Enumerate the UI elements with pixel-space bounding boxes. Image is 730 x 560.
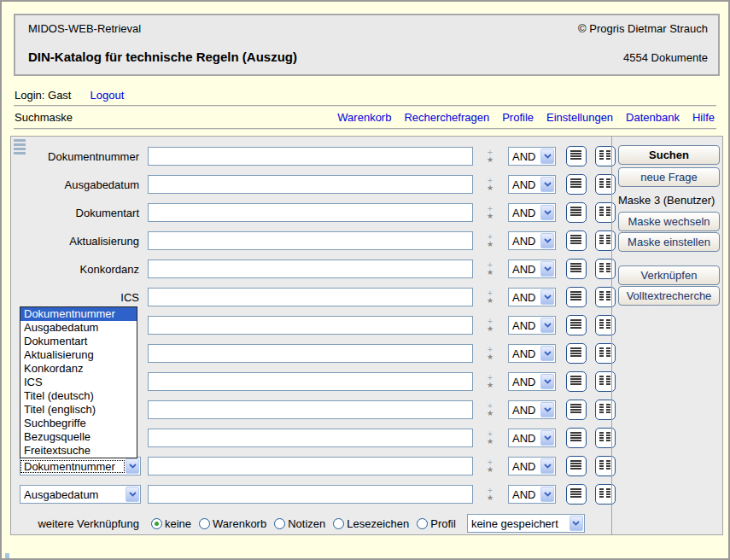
scrollbar-fragment[interactable] (5, 553, 9, 558)
index-list-button[interactable] (566, 287, 587, 307)
list-lines-icon (570, 318, 582, 332)
search-term-input[interactable] (148, 203, 473, 222)
form-row: ICS+★AND (11, 288, 616, 306)
dropdown-option[interactable]: Dokumentnummer (20, 307, 137, 321)
search-button[interactable]: Suchen (618, 145, 720, 165)
fulltext-search-button[interactable]: Volltextrecherche (618, 286, 720, 306)
combine-button[interactable]: Verknüpfen (618, 265, 720, 285)
dropdown-option[interactable]: Bezugsquelle (20, 430, 137, 444)
search-term-input[interactable] (148, 400, 473, 419)
search-term-input[interactable] (148, 457, 473, 475)
mask-switch-button[interactable]: Maske wechseln (618, 212, 720, 231)
search-term-input[interactable] (148, 372, 473, 391)
star-icon[interactable]: ★ (487, 184, 493, 191)
dropdown-option[interactable]: Aktualisierung (20, 348, 137, 362)
index-list-button[interactable] (566, 343, 587, 364)
nav-link-datenbank[interactable]: Datenbank (626, 111, 680, 124)
search-term-input[interactable] (148, 485, 473, 504)
search-term-input[interactable] (148, 231, 473, 250)
operator-select[interactable]: AND (508, 231, 556, 250)
star-icon[interactable]: ★ (487, 213, 493, 219)
dropdown-option[interactable]: Titel (deutsch) (20, 389, 137, 403)
logout-link[interactable]: Logout (91, 89, 125, 102)
row-modifiers: +★ (483, 234, 497, 248)
index-list-button[interactable] (566, 400, 587, 420)
index-list-button[interactable] (566, 259, 587, 279)
row-modifiers: +★ (483, 318, 497, 332)
radio-label: Lesezeichen (347, 517, 409, 530)
radio-option-notizen: Notizen (274, 517, 325, 530)
star-icon[interactable]: ★ (487, 494, 493, 501)
index-list-button[interactable] (566, 371, 587, 392)
operator-select[interactable]: AND (508, 175, 556, 194)
field-select[interactable]: Dokumentnummer (20, 457, 141, 475)
star-icon[interactable]: ★ (487, 156, 493, 163)
search-term-input[interactable] (148, 147, 473, 166)
nav-link-recherchefragen[interactable]: Recherchefragen (404, 111, 489, 124)
radio-option-profil: Profil (417, 517, 456, 530)
dropdown-option[interactable]: Freitextsuche (20, 444, 137, 458)
radio-button[interactable] (333, 518, 344, 529)
chevron-down-icon (540, 430, 554, 446)
radio-button[interactable] (417, 518, 428, 529)
search-term-input[interactable] (148, 344, 473, 363)
star-icon[interactable]: ★ (487, 466, 493, 473)
field-select[interactable]: Ausgabedatum (20, 485, 141, 504)
operator-select[interactable]: AND (508, 203, 556, 222)
chevron-down-icon (540, 487, 554, 502)
new-query-button[interactable]: neue Frage (618, 167, 720, 187)
dropdown-option[interactable]: Titel (englisch) (20, 403, 137, 417)
operator-select[interactable]: AND (508, 400, 556, 419)
star-icon[interactable]: ★ (487, 410, 493, 417)
nav-link-warenkorb[interactable]: Warenkorb (337, 111, 391, 124)
nav-link-profile[interactable]: Profile (502, 111, 534, 124)
operator-select[interactable]: AND (508, 288, 556, 306)
dropdown-option[interactable]: Suchbegriffe (20, 417, 137, 430)
search-term-input[interactable] (148, 260, 473, 278)
index-list-button[interactable] (566, 146, 587, 166)
list-lines-icon (570, 178, 582, 191)
search-term-input[interactable] (148, 175, 473, 194)
radio-button[interactable] (151, 518, 162, 529)
radio-button[interactable] (199, 518, 210, 529)
operator-select[interactable]: AND (508, 316, 556, 335)
saved-link-select[interactable]: keine gespeichert (467, 514, 585, 533)
operator-select[interactable]: AND (508, 485, 556, 504)
star-icon[interactable]: ★ (487, 325, 493, 332)
list-lines-icon (570, 149, 582, 163)
operator-select[interactable]: AND (508, 457, 556, 475)
operator-select[interactable]: AND (508, 344, 556, 363)
mask-configure-button[interactable]: Maske einstellen (618, 232, 720, 252)
row-modifiers: +★ (483, 178, 497, 191)
operator-select[interactable]: AND (508, 372, 556, 391)
index-list-button[interactable] (566, 230, 587, 251)
index-list-button[interactable] (566, 202, 587, 223)
search-term-input[interactable] (148, 429, 473, 447)
star-icon[interactable]: ★ (487, 297, 493, 304)
index-list-button[interactable] (566, 174, 587, 195)
nav-link-einstellungen[interactable]: Einstellungen (546, 111, 613, 124)
list-lines-icon (570, 459, 582, 473)
star-icon[interactable]: ★ (487, 241, 493, 248)
row-modifiers: +★ (483, 262, 497, 276)
index-list-button[interactable] (566, 428, 587, 448)
star-icon[interactable]: ★ (487, 269, 493, 276)
dropdown-option[interactable]: Konkordanz (20, 362, 137, 376)
index-list-button[interactable] (566, 456, 587, 476)
operator-select[interactable]: AND (508, 429, 556, 447)
index-list-button[interactable] (566, 315, 587, 335)
radio-option-keine: keine (151, 517, 191, 530)
dropdown-option[interactable]: Dokumentart (20, 335, 137, 348)
operator-select[interactable]: AND (508, 260, 556, 278)
star-icon[interactable]: ★ (487, 438, 493, 445)
search-term-input[interactable] (148, 316, 473, 335)
index-list-button[interactable] (566, 484, 587, 505)
search-term-input[interactable] (148, 288, 473, 306)
star-icon[interactable]: ★ (487, 353, 493, 360)
nav-link-hilfe[interactable]: Hilfe (692, 111, 715, 124)
dropdown-option[interactable]: ICS (20, 376, 137, 389)
star-icon[interactable]: ★ (487, 382, 493, 388)
operator-select[interactable]: AND (508, 147, 556, 166)
dropdown-option[interactable]: Ausgabedatum (20, 321, 137, 335)
radio-button[interactable] (274, 518, 285, 529)
